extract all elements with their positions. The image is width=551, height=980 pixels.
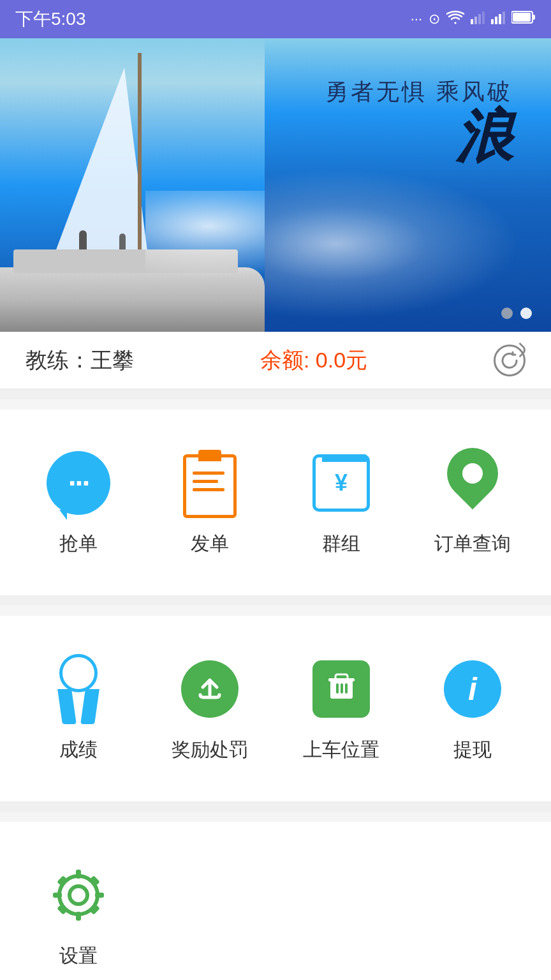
banner-dot-2[interactable] (520, 308, 532, 319)
chat-icon: ··· (43, 448, 114, 518)
clipboard-icon-shape (181, 448, 239, 518)
signal1-icon (471, 10, 485, 28)
upload-arrow (194, 671, 226, 708)
svg-rect-1 (474, 17, 477, 24)
send-order-label: 发单 (191, 531, 229, 557)
clipboard-body (183, 454, 237, 518)
award-ribbon-right (80, 689, 99, 724)
banner-dot-1[interactable] (501, 308, 513, 319)
info-bar: 教练：王攀 余额: 0.0元 (0, 332, 551, 389)
menu-item-reward-punish[interactable]: 奖励处罚 (144, 635, 276, 782)
svg-rect-4 (491, 19, 494, 24)
upload-icon (175, 654, 245, 724)
settings-label: 设置 (59, 943, 98, 969)
menu-grid-row2: 成绩 奖励处罚 (13, 635, 538, 782)
menu-row-2: 成绩 奖励处罚 (0, 616, 551, 801)
performance-label: 成绩 (59, 737, 98, 763)
svg-rect-7 (503, 11, 505, 24)
withdraw-label: 提现 (453, 737, 492, 763)
wallet-icon-shape: ¥ (312, 454, 370, 512)
banner: 勇者无惧 乘风破 浪 (0, 38, 551, 332)
banner-slogan-line1: 勇者无惧 乘风破 (325, 77, 513, 108)
svg-rect-20 (76, 912, 81, 921)
menu-item-send-order[interactable]: 发单 (144, 429, 276, 576)
status-bar: 下午5:03 ··· ⊙ (0, 0, 551, 38)
balance-amount: 余额: 0.0元 (260, 346, 367, 375)
svg-rect-10 (513, 13, 531, 22)
refresh-button[interactable] (494, 345, 525, 376)
clipboard-top (198, 450, 221, 461)
svg-rect-5 (495, 17, 497, 24)
group-label: 群组 (322, 531, 360, 557)
menu-item-grab-order[interactable]: ··· 抢单 (13, 429, 144, 576)
award-ribbon-left (57, 689, 77, 724)
svg-rect-16 (345, 683, 348, 694)
battery-icon (511, 10, 536, 28)
wifi-icon (446, 10, 464, 28)
location-icon-shape (444, 448, 501, 518)
separator-3 (0, 801, 551, 812)
boarding-pos-label: 上车位置 (303, 737, 379, 763)
cast-icon: ⊙ (429, 11, 440, 27)
info-icon-shape: i (444, 660, 501, 718)
svg-rect-14 (336, 683, 339, 694)
location-icon (437, 448, 508, 518)
separator-2 (0, 595, 551, 605)
chat-bubble-icon: ··· (47, 451, 110, 515)
status-time: 下午5:03 (15, 7, 86, 31)
menu-item-boarding-pos[interactable]: 上车位置 (276, 635, 407, 782)
clipboard-line-3 (193, 488, 224, 491)
banner-dots (501, 308, 532, 319)
menu-item-empty-3 (407, 841, 538, 980)
settings-gear-icon (50, 866, 107, 924)
award-icon-shape (50, 654, 107, 724)
order-query-label: 订单查询 (434, 531, 511, 557)
svg-rect-13 (328, 678, 355, 681)
reward-punish-label: 奖励处罚 (172, 737, 248, 763)
wallet-icon: ¥ (306, 448, 376, 518)
svg-rect-21 (53, 893, 62, 898)
menu-item-settings[interactable]: 设置 (13, 841, 144, 980)
boarding-inner (324, 668, 359, 710)
menu-row-3: 设置 (0, 822, 551, 980)
menu-item-performance[interactable]: 成绩 (13, 635, 144, 782)
menu-item-withdraw[interactable]: i 提现 (407, 635, 538, 782)
svg-rect-3 (482, 11, 485, 24)
award-circle (59, 654, 98, 692)
svg-rect-22 (95, 893, 104, 898)
info-icon: i (437, 654, 508, 724)
menu-grid-row1: ··· 抢单 发单 (13, 429, 538, 576)
banner-slogan-line2: 浪 (325, 108, 513, 165)
clipboard-line-1 (193, 471, 224, 475)
svg-rect-0 (471, 19, 473, 24)
award-icon (43, 654, 114, 724)
clipboard-lines (186, 457, 233, 496)
boarding-icon (306, 654, 376, 724)
clipboard-line-2 (193, 480, 218, 483)
menu-item-group[interactable]: ¥ 群组 (276, 429, 407, 576)
status-icons: ··· ⊙ (411, 10, 536, 28)
banner-text: 勇者无惧 乘风破 浪 (325, 77, 513, 165)
svg-rect-6 (499, 14, 501, 24)
separator-1 (0, 389, 551, 399)
menu-item-empty-2 (276, 841, 407, 980)
signal2-icon (491, 10, 505, 28)
svg-point-18 (70, 886, 87, 904)
clipboard-icon (175, 448, 245, 518)
svg-rect-2 (478, 14, 481, 24)
svg-rect-15 (341, 683, 343, 694)
grab-order-label: 抢单 (59, 531, 98, 557)
boarding-icon-shape (312, 660, 370, 718)
menu-row-1: ··· 抢单 发单 (0, 410, 551, 595)
coach-name: 教练：王攀 (26, 346, 134, 375)
menu-grid-row3: 设置 (13, 841, 538, 980)
upload-icon-shape (181, 660, 239, 718)
settings-icon (43, 860, 114, 930)
menu-item-empty-1 (144, 841, 276, 980)
menu-item-order-query[interactable]: 订单查询 (407, 429, 538, 576)
more-icon: ··· (411, 11, 422, 27)
svg-rect-9 (533, 15, 535, 20)
svg-rect-19 (76, 870, 81, 879)
